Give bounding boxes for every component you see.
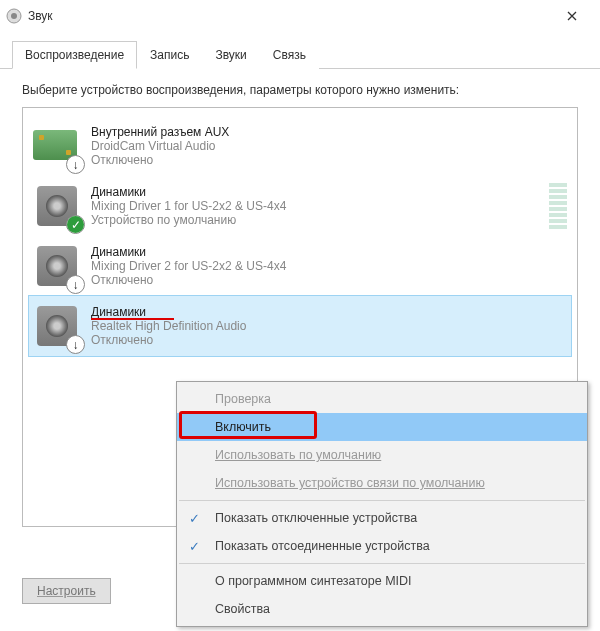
menu-item-enable[interactable]: Включить bbox=[177, 413, 587, 441]
context-menu: Проверка Включить Использовать по умолча… bbox=[176, 381, 588, 627]
device-status: Устройство по умолчанию bbox=[91, 213, 286, 227]
volume-meter bbox=[549, 183, 567, 229]
window-title: Звук bbox=[28, 9, 53, 23]
tab-sounds[interactable]: Звуки bbox=[202, 41, 259, 69]
tab-playback[interactable]: Воспроизведение bbox=[12, 41, 137, 69]
device-name: Внутренний разъем AUX bbox=[91, 125, 229, 139]
arrow-down-icon: ↓ bbox=[67, 336, 84, 353]
svg-point-1 bbox=[11, 13, 17, 19]
device-sub: DroidCam Virtual Audio bbox=[91, 139, 229, 153]
arrow-down-icon: ↓ bbox=[67, 276, 84, 293]
device-row[interactable]: ✓ Динамики Mixing Driver 1 for US-2x2 & … bbox=[29, 176, 571, 236]
titlebar: Звук bbox=[0, 0, 600, 32]
device-status: Отключено bbox=[91, 153, 229, 167]
configure-button[interactable]: Настроить bbox=[22, 578, 111, 604]
device-name: Динамики bbox=[91, 185, 286, 199]
device-row[interactable]: ↓ Динамики Realtek High Definition Audio… bbox=[29, 296, 571, 356]
speaker-icon: ↓ bbox=[33, 302, 81, 350]
tab-communications[interactable]: Связь bbox=[260, 41, 319, 69]
device-row[interactable]: ↓ Внутренний разъем AUX DroidCam Virtual… bbox=[29, 116, 571, 176]
device-sub: Mixing Driver 2 for US-2x2 & US-4x4 bbox=[91, 259, 286, 273]
menu-item-show-disconnected[interactable]: ✓Показать отсоединенные устройства bbox=[177, 532, 587, 560]
check-icon: ✓ bbox=[189, 539, 200, 554]
check-icon: ✓ bbox=[189, 511, 200, 526]
arrow-down-icon: ↓ bbox=[67, 156, 84, 173]
sound-icon bbox=[6, 8, 22, 24]
close-button[interactable] bbox=[550, 1, 594, 31]
speaker-icon: ✓ bbox=[33, 182, 81, 230]
device-status: Отключено bbox=[91, 333, 246, 347]
device-sub: Mixing Driver 1 for US-2x2 & US-4x4 bbox=[91, 199, 286, 213]
tab-bar: Воспроизведение Запись Звуки Связь bbox=[0, 32, 600, 69]
menu-item-test[interactable]: Проверка bbox=[177, 385, 587, 413]
device-name: Динамики bbox=[91, 245, 286, 259]
aux-board-icon: ↓ bbox=[33, 122, 81, 170]
device-status: Отключено bbox=[91, 273, 286, 287]
menu-item-set-default-comm[interactable]: Использовать устройство связи по умолчан… bbox=[177, 469, 587, 497]
instruction-text: Выберите устройство воспроизведения, пар… bbox=[0, 69, 600, 107]
menu-item-properties[interactable]: Свойства bbox=[177, 595, 587, 623]
menu-item-show-disabled[interactable]: ✓Показать отключенные устройства bbox=[177, 504, 587, 532]
menu-separator bbox=[179, 500, 585, 501]
menu-item-set-default[interactable]: Использовать по умолчанию bbox=[177, 441, 587, 469]
speaker-icon: ↓ bbox=[33, 242, 81, 290]
device-row[interactable]: ↓ Динамики Mixing Driver 2 for US-2x2 & … bbox=[29, 236, 571, 296]
device-name: Динамики bbox=[91, 305, 246, 319]
close-icon bbox=[567, 11, 577, 21]
menu-item-about-midi[interactable]: О программном синтезаторе MIDI bbox=[177, 567, 587, 595]
menu-separator bbox=[179, 563, 585, 564]
tab-recording[interactable]: Запись bbox=[137, 41, 202, 69]
check-icon: ✓ bbox=[67, 216, 84, 233]
device-sub: Realtek High Definition Audio bbox=[91, 319, 246, 333]
